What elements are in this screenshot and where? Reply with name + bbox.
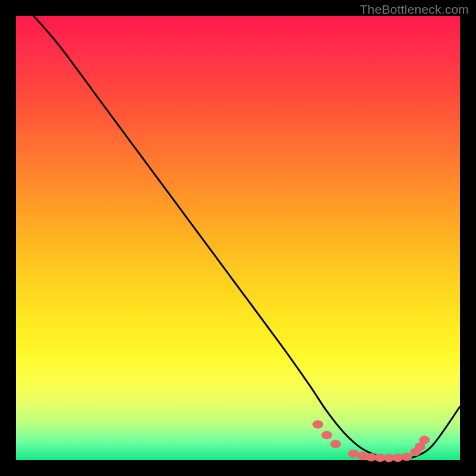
curve-marker [312, 420, 323, 428]
marker-group [312, 420, 430, 462]
curve-marker [419, 436, 430, 444]
curve-marker [401, 453, 412, 461]
chart-svg [16, 16, 460, 460]
curve-marker [321, 431, 332, 439]
chart-wrapper: TheBottleneck.com [0, 0, 476, 476]
curve-marker [357, 452, 368, 460]
curve-marker [330, 440, 341, 448]
bottleneck-curve [34, 16, 460, 459]
watermark-text: TheBottleneck.com [360, 2, 469, 17]
